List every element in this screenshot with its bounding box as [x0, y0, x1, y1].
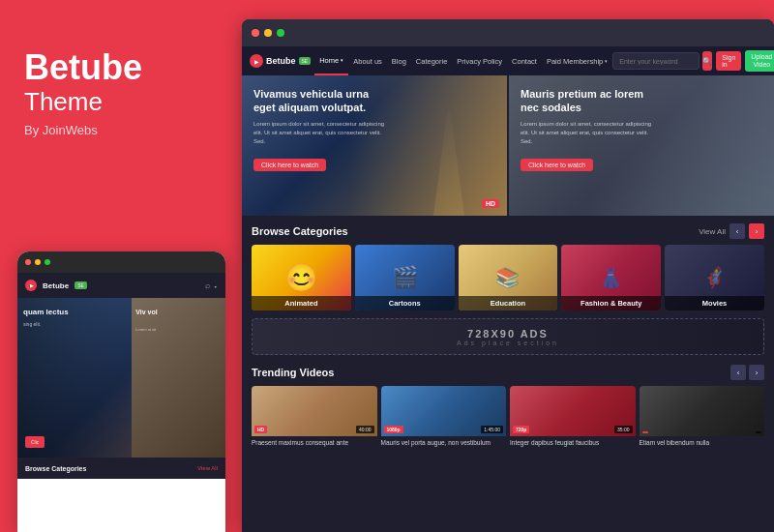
- video-duration-2: 35:00: [614, 426, 633, 433]
- mobile-search-icon[interactable]: ⌕ ▾: [205, 281, 218, 290]
- browser-mockup: Betube SE Home ▾ About us Blog Categorie…: [242, 19, 774, 532]
- category-label-education: Education: [459, 296, 558, 310]
- video-badge-2: 720p: [513, 426, 529, 433]
- video-duration-1: 1:45:00: [481, 426, 503, 433]
- video-info-0: Praesent maximus consequat ante: [252, 436, 377, 450]
- hero-card-right: Mauris pretium ac lorem nec sodales Lore…: [509, 75, 774, 216]
- nav-badge: SE: [299, 57, 312, 65]
- ads-banner: 728X90 ADS Ads place section: [252, 318, 764, 355]
- mobile-hero-right-small: Lorem ut sit: [135, 327, 156, 333]
- mobile-cta-button[interactable]: Clic: [25, 436, 45, 448]
- left-panel: Betube Theme By JoinWebs Betube SE ⌕ ▾ q…: [0, 0, 237, 532]
- video-badge-0: HD: [254, 426, 267, 433]
- video-item-3[interactable]: Etiam vel bibendum nulla: [640, 386, 765, 450]
- search-input[interactable]: [612, 52, 700, 70]
- nav-item-contact[interactable]: Contact: [507, 46, 542, 75]
- mobile-hero-text-left: sing elit.: [23, 321, 126, 328]
- browser-dot-red: [252, 29, 259, 37]
- mobile-view-all-link[interactable]: View All: [197, 465, 218, 471]
- mobile-dot-green: [45, 259, 50, 265]
- mobile-hero-right: Viv vol Lorem ut sit: [132, 298, 225, 458]
- signin-button[interactable]: Sign in: [716, 51, 741, 71]
- categories-next-arrow[interactable]: ›: [749, 223, 764, 239]
- browse-view-all-link[interactable]: View All: [699, 227, 726, 236]
- mobile-badge: SE: [74, 281, 87, 289]
- video-badge-1: 1080p: [384, 426, 403, 433]
- nav-logo-wrap: Betube SE: [250, 54, 311, 68]
- video-thumb-0: HD 40:00: [252, 386, 377, 436]
- browser-dot-yellow: [264, 29, 272, 37]
- browse-categories-controls: View All ‹ ›: [699, 223, 764, 239]
- hero-left-cta-button[interactable]: Click here to watch: [253, 159, 326, 171]
- category-item-movies[interactable]: 🦸 Movies: [665, 245, 764, 310]
- video-info-1: Mauris vel porta augue, non vestibulum: [381, 436, 507, 450]
- video-thumb-3: [640, 386, 765, 436]
- video-duration-3: [756, 431, 761, 433]
- browse-categories-header: Browse Categories View All ‹ ›: [242, 216, 774, 245]
- mobile-hero-right-text: Viv vol: [135, 308, 157, 316]
- categories-grid: 😊 Animated 🎬 Cartoons 📚 Education 👗 Fash…: [242, 245, 774, 318]
- video-info-2: Integer dapibus feugiat faucibus: [510, 436, 636, 450]
- nav-item-about[interactable]: About us: [348, 46, 387, 75]
- upload-video-button[interactable]: Upload Video: [745, 50, 774, 73]
- hero-right-cta-button[interactable]: Click here to watch: [521, 159, 593, 171]
- mobile-mockup: Betube SE ⌕ ▾ quam lectus sing elit. Viv…: [17, 251, 225, 532]
- nav-item-privacy[interactable]: Privacy Policy: [452, 46, 507, 75]
- category-item-fashion[interactable]: 👗 Fashion & Beauty: [561, 245, 661, 310]
- brand-by: By JoinWebs: [24, 123, 213, 137]
- nav-item-categories[interactable]: Categorie: [411, 46, 453, 75]
- category-item-cartoons[interactable]: 🎬 Cartoons: [355, 245, 455, 310]
- search-button[interactable]: 🔍: [702, 51, 712, 71]
- nav-item-home[interactable]: Home ▾: [314, 46, 348, 75]
- browser-top-bar: [242, 19, 774, 46]
- category-item-education[interactable]: 📚 Education: [459, 245, 558, 310]
- mobile-bottom-bar: Browse Categories View All: [17, 458, 225, 479]
- mobile-nav-bar: Betube SE ⌕ ▾: [17, 273, 225, 298]
- chevron-down-icon: ▾: [341, 57, 343, 63]
- nav-item-membership[interactable]: Paid Membership ▾: [542, 46, 612, 75]
- chevron-down-icon-membership: ▾: [605, 58, 608, 64]
- video-thumb-2: 720p 35:00: [510, 386, 636, 436]
- trending-prev-arrow[interactable]: ‹: [730, 365, 746, 380]
- brand-theme: Theme: [24, 87, 213, 117]
- video-badge-3: [642, 431, 648, 433]
- mobile-hero-left: quam lectus sing elit.: [17, 298, 132, 458]
- trending-title: Trending Videos: [252, 367, 334, 378]
- category-label-animated: Animated: [252, 296, 351, 310]
- category-item-animated[interactable]: 😊 Animated: [252, 245, 351, 310]
- video-title-0: Praesent maximus consequat ante: [252, 439, 377, 447]
- browser-navbar: Betube SE Home ▾ About us Blog Categorie…: [242, 46, 774, 75]
- mobile-browse-categories-label: Browse Categories: [25, 465, 86, 472]
- hd-badge: HD: [482, 199, 499, 208]
- hero-left-title: Vivamus vehicula urna eget aliquam volut…: [253, 87, 379, 115]
- category-label-fashion: Fashion & Beauty: [561, 296, 661, 310]
- nav-brand: Betube: [266, 56, 296, 66]
- videos-grid: HD 40:00 Praesent maximus consequat ante…: [242, 386, 774, 450]
- hero-right-text-block: Mauris pretium ac lorem nec sodales Lore…: [509, 75, 774, 183]
- category-label-movies: Movies: [665, 296, 764, 310]
- mobile-top-bar: [17, 251, 225, 273]
- trending-next-arrow[interactable]: ›: [749, 365, 764, 380]
- mobile-hero: quam lectus sing elit. Viv vol Lorem ut …: [17, 298, 225, 458]
- hero-right-title: Mauris pretium ac lorem nec sodales: [521, 87, 646, 115]
- browse-categories-title: Browse Categories: [252, 225, 348, 237]
- hero-right-desc: Lorem ipsum dolor sit amet, consectetur …: [521, 120, 656, 146]
- video-item-1[interactable]: 1080p 1:45:00 Mauris vel porta augue, no…: [381, 386, 507, 450]
- ads-main-text: 728X90 ADS: [467, 328, 549, 340]
- video-title-3: Etiam vel bibendum nulla: [640, 439, 765, 447]
- video-thumb-1: 1080p 1:45:00: [381, 386, 507, 436]
- video-item-0[interactable]: HD 40:00 Praesent maximus consequat ante: [252, 386, 377, 450]
- video-duration-0: 40:00: [356, 426, 374, 433]
- category-label-cartoons: Cartoons: [355, 296, 455, 310]
- categories-prev-arrow[interactable]: ‹: [729, 223, 745, 239]
- hero-left-desc: Lorem ipsum dolor sit amet, consectetur …: [253, 120, 389, 146]
- nav-logo-icon: [250, 54, 263, 68]
- trending-header: Trending Videos ‹ ›: [242, 361, 774, 386]
- mobile-hero-title-left: quam lectus: [23, 308, 126, 317]
- video-info-3: Etiam vel bibendum nulla: [640, 436, 765, 450]
- nav-item-blog[interactable]: Blog: [387, 46, 411, 75]
- video-item-2[interactable]: 720p 35:00 Integer dapibus feugiat fauci…: [510, 386, 636, 450]
- video-title-1: Mauris vel porta augue, non vestibulum: [381, 439, 507, 447]
- mobile-logo-icon: [25, 280, 37, 291]
- hero-left-text-block: Vivamus vehicula urna eget aliquam volut…: [242, 75, 507, 183]
